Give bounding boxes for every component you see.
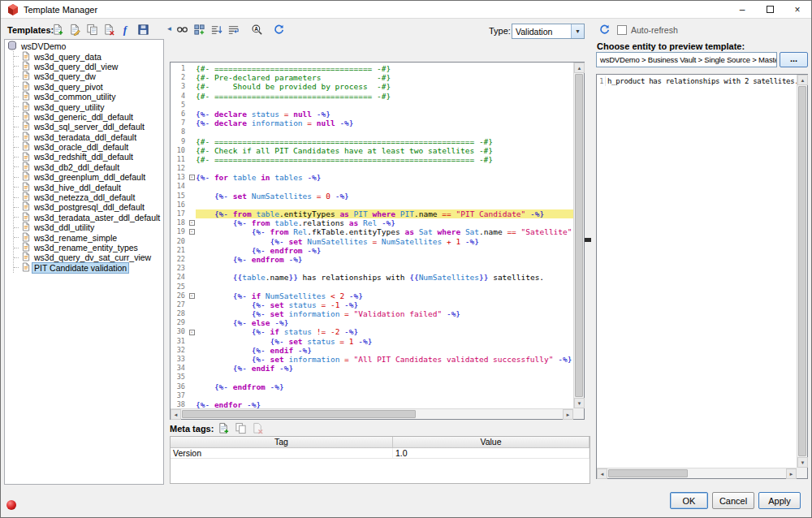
scroll-right-icon[interactable]: ► (786, 468, 797, 479)
code-line[interactable]: 5 (171, 101, 573, 110)
tree-item[interactable]: ws3d_generic_ddl_default (14, 112, 163, 122)
panel-splitter-handle[interactable] (585, 238, 591, 242)
code-line[interactable]: 35 (171, 373, 573, 382)
tree-item[interactable]: ws3d_netezza_ddl_default (14, 192, 163, 202)
meta-tags-table[interactable]: TagValueVersion1.0 (170, 436, 590, 484)
tree-item[interactable]: ws3d_rename_entity_types (14, 243, 163, 253)
scrollbar-thumb[interactable] (798, 86, 806, 456)
code-line[interactable]: 19- {%- from Rel.fkTable.entityTypes as … (171, 227, 573, 236)
fold-marker[interactable]: - (188, 327, 196, 336)
preview-output-panel[interactable]: 1h_product has relationships with 2 sate… (596, 74, 808, 479)
code-line[interactable]: 32 {%- endif -%} (171, 346, 573, 355)
tree-item[interactable]: ws3d_redshift_ddl_default (14, 152, 163, 162)
code-line[interactable]: 9{#- ===================================… (171, 137, 573, 146)
save-template-icon[interactable] (135, 22, 151, 37)
code-line[interactable]: 28 {%- set information = "Validation fai… (171, 309, 573, 318)
code-line[interactable]: 17 {%- from table.entityTypes as PIT whe… (171, 209, 573, 218)
code-line[interactable]: 33 {%- set information = "All PIT Candid… (171, 355, 573, 364)
scrollbar-thumb[interactable] (182, 410, 416, 418)
apply-button[interactable]: Apply (758, 492, 801, 509)
code-line[interactable]: 24 {{table.name}} has relationships with… (171, 273, 573, 282)
find-icon[interactable] (174, 22, 190, 37)
scroll-left-icon[interactable]: ◄ (171, 409, 181, 420)
type-combobox[interactable]: Validation ▼ (512, 24, 585, 39)
code-line[interactable]: 14 (171, 182, 573, 191)
code-line[interactable]: 20 {%- set NumSatellites = NumSatellites… (171, 237, 573, 246)
copy-template-icon[interactable] (84, 22, 100, 37)
code-line[interactable]: 4{#- ================================== … (171, 92, 573, 101)
column-header[interactable]: Value (393, 437, 590, 447)
code-line[interactable]: 30- {%- if status != -2 -%} (171, 327, 573, 336)
code-line[interactable]: 37 (171, 391, 573, 400)
maximize-button[interactable] (756, 1, 784, 19)
fold-marker[interactable]: - (188, 173, 196, 182)
editor-horizontal-scrollbar[interactable]: ◄ ► (171, 408, 573, 419)
sort-lines-icon[interactable] (208, 22, 224, 37)
code-line[interactable]: 13-{%- for table in tables -%} (171, 173, 573, 182)
close-button[interactable]: × (784, 1, 811, 19)
delete-template-icon[interactable] (101, 22, 117, 37)
scroll-down-icon[interactable]: ▼ (797, 457, 808, 468)
code-line[interactable]: 15 {%- set NumSatellites = 0 -%} (171, 192, 573, 201)
tree-item[interactable]: ws3d_teradata_aster_ddl_default (14, 213, 163, 222)
tree-item[interactable]: ws3d_rename_simple (14, 232, 163, 242)
tree-item[interactable]: ws3d_query_utility (14, 101, 163, 111)
preview-horizontal-scrollbar[interactable]: ◄ ► (597, 468, 797, 478)
tree-item[interactable]: ws3d_query_dv_sat_curr_view (14, 253, 163, 262)
ok-button[interactable]: OK (670, 492, 708, 509)
code-line[interactable]: 27 {%- set status = -1 -%} (171, 300, 573, 309)
editor-vertical-scrollbar[interactable]: ▲ ▼ (573, 63, 584, 408)
tree-item[interactable]: ws3d_oracle_ddl_default (14, 142, 163, 152)
tree-item[interactable]: ws3d_db2_ddl_default (14, 162, 163, 172)
code-line[interactable]: 3{#- Should be provided by process -#} (171, 82, 573, 91)
code-line[interactable]: 12 (171, 164, 573, 173)
tree-item[interactable]: ws3d_greenplum_ddl_default (14, 172, 163, 182)
code-line[interactable]: 8 (171, 127, 573, 136)
code-line[interactable]: 36 {%- endfrom -%} (171, 382, 573, 391)
code-line[interactable]: 10{#- Check if all PIT Candidates have a… (171, 146, 573, 155)
code-line[interactable]: 38{%- endfor -%} (171, 400, 573, 408)
code-line[interactable]: 7{%- declare information = null -%} (171, 119, 573, 127)
tree-item[interactable]: ws3d_sql_server_ddl_default (14, 122, 163, 132)
refresh-icon[interactable] (270, 22, 287, 37)
fold-marker[interactable]: - (188, 218, 196, 227)
template-tree[interactable]: wsDVDemows3d_query_dataws3d_query_ddl_vi… (4, 39, 164, 485)
code-line[interactable]: 31 {%- set status = 1 -%} (171, 337, 573, 346)
tree-item[interactable]: ws3d_ddl_utility (14, 222, 163, 232)
tree-item[interactable]: ws3d_query_ddl_view (14, 62, 163, 71)
entity-path-field[interactable]: wsDVDemo > Business Vault > Single Sourc… (596, 52, 777, 67)
scroll-down-icon[interactable]: ▼ (574, 398, 585, 408)
auto-refresh-checkbox[interactable] (617, 25, 627, 35)
template-code-editor[interactable]: 1{#- ================================== … (170, 62, 585, 420)
scroll-right-icon[interactable]: ► (563, 409, 573, 420)
table-row[interactable]: Version1.0 (171, 448, 590, 459)
edit-meta-icon[interactable] (232, 421, 248, 436)
delete-meta-icon[interactable] (249, 421, 266, 436)
browse-entity-button[interactable]: ... (780, 52, 808, 67)
fold-marker[interactable]: - (188, 291, 196, 300)
scrollbar-thumb[interactable] (608, 469, 688, 477)
code-line[interactable]: 18- {%- from table.relations as Rel -%} (171, 218, 573, 227)
wrap-lines-icon[interactable] (225, 22, 241, 37)
tree-item[interactable]: ws3d_common_utility (14, 92, 163, 101)
tree-item[interactable]: ws3d_teradata_ddl_default (14, 132, 163, 142)
scroll-up-icon[interactable]: ▲ (574, 63, 585, 73)
code-line[interactable]: 11{#- ==================================… (171, 155, 573, 164)
tree-root-node[interactable]: wsDVDemo (5, 41, 163, 51)
code-line[interactable]: 34 {%- endif -%} (171, 364, 573, 373)
tree-item[interactable]: ws3d_query_pivot (14, 82, 163, 92)
syntax-check-icon[interactable]: A (248, 22, 265, 37)
import-template-icon[interactable]: f (118, 22, 134, 37)
code-line[interactable]: 1{#- ================================== … (171, 64, 573, 73)
fold-marker[interactable]: - (188, 227, 196, 236)
cancel-button[interactable]: Cancel (712, 492, 754, 509)
code-line[interactable]: 21 {%- endfrom -%} (171, 246, 573, 255)
add-meta-icon[interactable] (215, 421, 231, 436)
code-line[interactable]: 16 (171, 201, 573, 209)
tree-item[interactable]: ws3d_hive_ddl_default (14, 182, 163, 192)
minimize-button[interactable]: – (728, 1, 756, 19)
refresh-icon[interactable] (596, 22, 612, 37)
code-line[interactable]: 2{#- Pre-declared parameters -#} (171, 73, 573, 82)
tree-item[interactable]: ws3d_postgresql_ddl_default (14, 202, 163, 212)
editor-code-area[interactable]: 1{#- ================================== … (171, 63, 573, 408)
